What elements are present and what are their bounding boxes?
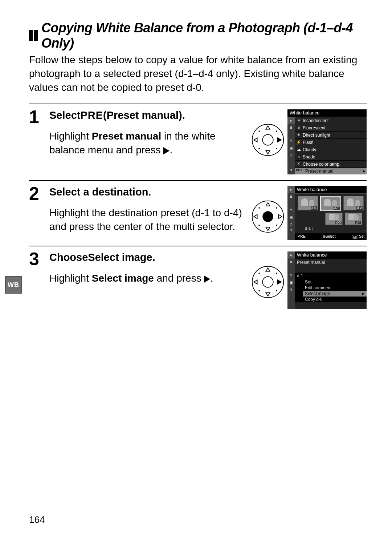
step-2-desc: Highlight the destination preset (d-1 to… (49, 206, 245, 234)
right-arrow-icon (204, 275, 210, 283)
step-number: 1 (29, 108, 49, 126)
svg-point-18 (258, 225, 260, 226)
lcd1-item: KChoose color temp. (295, 161, 367, 168)
step-number: 3 (29, 250, 49, 268)
preset-thumb: d-2 (343, 196, 364, 210)
svg-point-16 (258, 207, 260, 209)
lcd1-selected-row: ? PRE Preset manual ▸ (287, 168, 367, 174)
step-3: 3 Choose Select image. Highlight Select … (29, 249, 367, 309)
svg-point-19 (276, 225, 277, 226)
lcd3-subtitle: Preset manual (295, 259, 367, 266)
lcd3-left-tabs: ▸ ◙ Y ▣ ऱ (287, 251, 295, 309)
lcd1-item: ⚡Flash (295, 139, 367, 146)
svg-point-29 (276, 290, 277, 291)
svg-point-28 (258, 290, 260, 291)
multi-selector-icon (251, 200, 285, 233)
svg-point-1 (262, 135, 273, 145)
lcd3-item-selected: Select image▸ (303, 291, 367, 297)
lcd1-item: ☀Direct sunlight (295, 132, 367, 139)
lcd1-item: ⌂Shade (295, 153, 367, 161)
heading-text: Copying White Balance from a Photograph … (41, 20, 367, 51)
lcd3-item: Copy d-0 (303, 297, 367, 302)
svg-point-8 (258, 148, 260, 149)
divider (29, 104, 367, 104)
section-heading: Copying White Balance from a Photograph … (29, 20, 367, 51)
preset-thumb-selected: d-1 (320, 196, 341, 211)
lcd1-title: White balance (287, 109, 367, 117)
lcd1-left-tabs: ▸ ◙ Y ▣ ऱ (287, 117, 295, 168)
lcd1-item: ☁Cloudy (295, 146, 367, 153)
preset-thumb: d-0 (298, 196, 318, 210)
page-number: 164 (29, 514, 45, 525)
lcd2-left-tabs: ▸ ◙ Y ▣ ऱ ? (287, 186, 295, 240)
svg-point-11 (262, 211, 273, 222)
svg-point-17 (276, 207, 277, 209)
lcd3-item: Set (303, 279, 367, 285)
step-2: 2 Select a destination. Highlight the de… (29, 184, 367, 240)
heading-bars-icon (29, 30, 38, 41)
right-caret-icon: ▸ (362, 291, 364, 296)
divider (29, 246, 367, 246)
step-1-desc: Highlight Preset manual in the white bal… (49, 129, 245, 157)
svg-point-27 (276, 273, 277, 274)
step-3-title: Choose Select image. (49, 251, 245, 263)
preset-thumb: d-3 (325, 213, 343, 225)
svg-point-9 (276, 148, 277, 149)
lcd3-title: White balance (295, 251, 367, 259)
right-caret-icon: ▸ (362, 168, 367, 174)
svg-point-26 (258, 273, 260, 274)
divider (29, 180, 367, 181)
lcd-screenshot-1: White balance ▸ ◙ Y ▣ ऱ ✲Incandescent (287, 109, 367, 174)
svg-point-6 (258, 131, 260, 132)
lcd3-preset-label: d-1: (295, 273, 367, 279)
lcd1-item: ✲Incandescent (295, 117, 367, 124)
lcd2-current-label: d-1 : (297, 225, 364, 231)
intro-paragraph: Follow the steps below to copy a value f… (29, 53, 367, 94)
step-3-desc: Highlight Select image and press . (49, 271, 245, 285)
multi-selector-icon (251, 265, 285, 299)
lcd2-title: White balance (295, 186, 367, 194)
multi-selector-icon (251, 123, 285, 157)
step-1-title: Select PRE (Preset manual). (49, 109, 245, 121)
lcd1-item: ⚹Fluorescent (295, 124, 367, 132)
step-1: 1 Select PRE (Preset manual). Highlight … (29, 107, 367, 174)
step-number: 2 (29, 185, 49, 203)
svg-point-21 (262, 277, 273, 287)
step-2-title: Select a destination. (49, 186, 245, 198)
preset-thumb: d-4 (345, 213, 362, 225)
wb-side-tab-icon: WB (5, 276, 22, 294)
lcd-screenshot-3: ▸ ◙ Y ▣ ऱ White balance Preset manual d-… (287, 251, 367, 309)
svg-point-7 (276, 131, 277, 132)
right-arrow-icon (163, 147, 170, 154)
lcd3-item: Edit comment (303, 285, 367, 291)
lcd-screenshot-2: ▸ ◙ Y ▣ ऱ ? White balance (287, 186, 367, 240)
